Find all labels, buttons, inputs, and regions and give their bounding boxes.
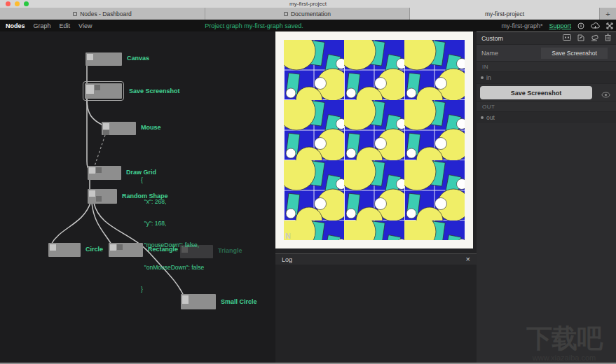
- node-random-shape[interactable]: Random Shape: [88, 189, 117, 204]
- inspector-header: Custom: [477, 32, 616, 44]
- node-port[interactable]: [96, 196, 102, 202]
- tab-documentation[interactable]: Documentation: [205, 8, 410, 20]
- publish-cloud-icon[interactable]: [591, 22, 600, 29]
- node-mouse[interactable]: Mouse: [102, 122, 136, 135]
- out-port-label: out: [486, 114, 495, 121]
- in-section-header: IN: [477, 61, 616, 71]
- save-status-message: Project graph my-first-graph saved.: [175, 22, 333, 29]
- menu-edit[interactable]: Edit: [55, 22, 75, 29]
- current-graph-name: my-first-graph*: [501, 22, 542, 29]
- mouse-node-output-json: { "x": 268, "y": 168, "mouseDown": false…: [141, 162, 204, 307]
- log-panel: Log ×: [275, 253, 477, 364]
- menu-graph[interactable]: Graph: [29, 22, 55, 29]
- in-port-label: in: [486, 74, 491, 81]
- trigger-row: Save Screenshot: [477, 83, 616, 101]
- port-dot-icon: [481, 116, 484, 119]
- out-port-row[interactable]: out: [477, 111, 616, 123]
- node-port[interactable]: [89, 190, 95, 197]
- menu-nodes[interactable]: Nodes: [0, 22, 29, 29]
- tab-label: my-first-project: [485, 10, 524, 18]
- tab-label: Documentation: [291, 10, 331, 18]
- rename-pen-icon[interactable]: [577, 34, 584, 43]
- eraser-icon[interactable]: [591, 34, 598, 43]
- node-port[interactable]: [89, 167, 95, 174]
- node-canvas[interactable]: Canvas: [85, 52, 122, 66]
- name-row: Name: [477, 44, 616, 61]
- node-save-screenshot[interactable]: Save Screenshot: [85, 83, 122, 99]
- node-label: Circle: [85, 246, 103, 253]
- inspector-title: Custom: [481, 35, 503, 42]
- node-label: Small Circle: [221, 298, 257, 305]
- node-label: Save Screenshot: [129, 88, 180, 94]
- node-port[interactable]: [96, 167, 102, 173]
- tab-nodes-dashboard[interactable]: Nodes - Dashboard: [0, 8, 205, 20]
- frame-icon[interactable]: [563, 34, 571, 42]
- node-port[interactable]: [117, 244, 123, 250]
- node-port[interactable]: [50, 244, 56, 251]
- log-title: Log: [282, 256, 292, 263]
- port-dot-icon: [481, 76, 484, 79]
- menu-view[interactable]: View: [74, 22, 96, 29]
- support-link[interactable]: Support: [549, 22, 571, 29]
- tab-strip: Nodes - Dashboard Documentation my-first…: [0, 8, 616, 20]
- info-icon[interactable]: [577, 22, 584, 29]
- trash-icon[interactable]: [605, 34, 611, 43]
- node-circle[interactable]: Circle: [48, 243, 81, 257]
- new-tab-button[interactable]: +: [600, 8, 616, 20]
- canvas-corner-mark: N: [285, 232, 291, 240]
- eye-visibility-icon[interactable]: [601, 88, 610, 101]
- node-draw-grid[interactable]: Draw Grid: [88, 166, 121, 180]
- out-section-header: OUT: [477, 101, 616, 111]
- window-title: my-first-project: [0, 0, 616, 8]
- generated-artwork: [284, 40, 465, 240]
- node-graph-canvas[interactable]: Canvas Save Screenshot Mouse Draw Grid R…: [0, 31, 275, 364]
- watermark-logo-text: 下载吧: [512, 325, 616, 353]
- close-icon[interactable]: ×: [466, 255, 470, 263]
- app-menubar: Nodes Graph Edit View Project graph my-f…: [0, 20, 616, 31]
- preview-panel: N: [275, 31, 477, 253]
- fullscreen-expand-icon[interactable]: [606, 22, 613, 29]
- node-rectangle[interactable]: Rectangle: [109, 243, 143, 257]
- inspector-panel: Custom Name IN in Save Screenshot: [477, 31, 616, 364]
- name-label: Name: [481, 50, 498, 57]
- tab-my-first-project[interactable]: my-first-project: [410, 8, 600, 20]
- node-label: Canvas: [127, 55, 149, 62]
- node-port[interactable]: [110, 244, 116, 251]
- node-port[interactable]: [103, 123, 109, 130]
- inspector-toolbar: [563, 34, 611, 43]
- node-port[interactable]: [95, 85, 100, 90]
- save-screenshot-button[interactable]: Save Screenshot: [480, 86, 592, 99]
- node-name-input[interactable]: [541, 48, 608, 59]
- tab-favicon-icon: [284, 12, 288, 16]
- site-watermark: 下载吧 www.xiazaiba.com: [512, 325, 616, 362]
- in-port-row[interactable]: in: [477, 71, 616, 83]
- node-label: Triangle: [218, 247, 242, 254]
- node-port[interactable]: [87, 54, 93, 60]
- node-port[interactable]: [86, 85, 94, 94]
- log-header: Log ×: [275, 254, 477, 265]
- node-label: Mouse: [141, 124, 161, 131]
- watermark-url: www.xiazaiba.com: [512, 354, 616, 362]
- tab-favicon-icon: [73, 12, 77, 16]
- canvas-preview[interactable]: N: [275, 31, 473, 248]
- node-port[interactable]: [103, 130, 109, 135]
- tab-label: Nodes - Dashboard: [80, 10, 132, 18]
- window-titlebar: my-first-project: [0, 0, 616, 8]
- menubar-right-group: my-first-graph* Support: [501, 22, 613, 29]
